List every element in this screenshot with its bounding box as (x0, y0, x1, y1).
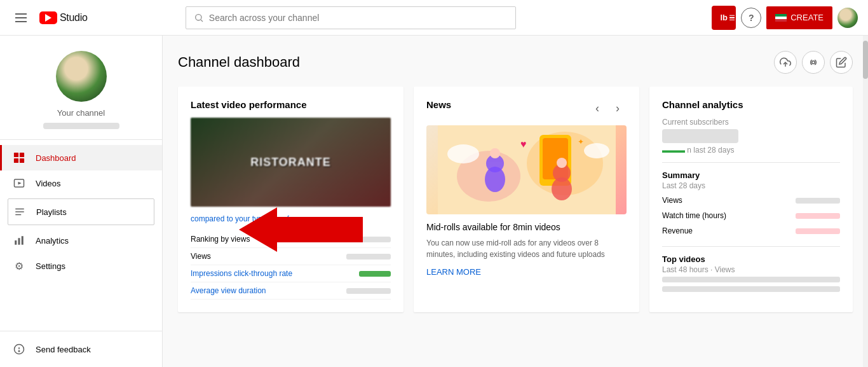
edit-button[interactable] (830, 51, 853, 74)
search-input[interactable] (209, 13, 508, 23)
summary-period: Last 28 days (662, 181, 840, 190)
perf-label-impressions[interactable]: Impressions click-through rate (191, 269, 292, 278)
perf-value-ranking (346, 237, 391, 242)
news-body: You can now use mid-roll ads for any vid… (426, 237, 627, 260)
svg-text:♥: ♥ (520, 139, 527, 149)
perf-row-ranking: Ranking by views (191, 231, 391, 248)
svg-line-1 (201, 20, 203, 22)
svg-point-0 (195, 14, 201, 20)
menu-button[interactable] (10, 8, 32, 27)
channel-analytics-title: Channel analytics (662, 99, 840, 110)
avatar[interactable] (837, 8, 858, 28)
subscribers-label: Current subscribers (662, 118, 840, 127)
perf-value-impressions (359, 271, 391, 277)
channel-analytics-card: Channel analytics Current subscribers ▬▬… (649, 87, 853, 312)
analytics-row-views: Views (662, 193, 840, 208)
sidebar-item-settings-label: Settings (36, 261, 65, 271)
perf-label-views: Views (191, 252, 211, 261)
main-content: Channel dashboard (163, 36, 868, 367)
settings-icon: ⚙ (13, 260, 25, 272)
svg-point-26 (490, 148, 500, 158)
news-illustration: ♥ ✦ (438, 125, 616, 214)
thumbnail-text: RISTORANTE (250, 156, 331, 169)
summary-label: Summary (662, 170, 840, 180)
page-title: Channel dashboard (178, 54, 300, 71)
channel-sub-placeholder (43, 123, 119, 129)
perf-compared-text: compared to your typical performance. (191, 214, 391, 223)
sidebar-item-analytics[interactable]: Analytics (0, 228, 162, 253)
perf-label-duration[interactable]: Average view duration (191, 286, 266, 295)
video-thumbnail: RISTORANTE (191, 118, 391, 207)
youtube-studio-logo[interactable]: Studio (39, 11, 88, 24)
svg-point-18 (812, 61, 815, 64)
upload-button[interactable] (774, 51, 797, 74)
create-label: CREATE (790, 13, 824, 22)
revenue-value (796, 228, 840, 234)
revenue-label: Revenue (662, 226, 693, 235)
sidebar: Your channel Dashboard (0, 36, 163, 367)
perf-row-duration: Average view duration (191, 282, 391, 300)
sidebar-item-settings[interactable]: ⚙ Settings (0, 253, 162, 279)
sidebar-item-feedback[interactable]: Send feedback (0, 336, 162, 362)
page-header-actions (774, 51, 853, 74)
svg-point-28 (552, 177, 572, 200)
live-button[interactable] (802, 51, 825, 74)
svg-rect-3 (20, 153, 24, 157)
news-navigation: ‹ › (588, 100, 627, 118)
learn-more-button[interactable]: LEARN MORE (426, 267, 481, 277)
svg-point-25 (485, 167, 505, 192)
studio-label: Studio (60, 12, 88, 24)
sidebar-item-playlists[interactable]: Playlists (8, 198, 154, 225)
svg-point-33 (584, 143, 609, 158)
sidebar-item-playlists-label: Playlists (36, 207, 67, 217)
svg-rect-4 (14, 158, 18, 163)
news-next-button[interactable]: › (609, 100, 627, 118)
scrollbar-thumb[interactable] (863, 41, 868, 79)
analytics-row-revenue: Revenue (662, 223, 840, 239)
top-video-2 (662, 286, 840, 292)
cards-grid: Latest video performance RISTORANTE comp… (178, 87, 853, 312)
sidebar-bottom: Send feedback (0, 331, 162, 367)
summary-section: Summary Last 28 days Views Watch time (h… (662, 170, 840, 247)
analytics-icon (13, 234, 25, 247)
perf-row-impressions: Impressions click-through rate (191, 265, 391, 282)
help-button[interactable]: ? (741, 8, 761, 28)
svg-marker-7 (18, 182, 22, 185)
search-bar[interactable] (186, 6, 516, 29)
youtube-icon (39, 11, 57, 24)
change-value: ▬▬▬ (662, 146, 687, 155)
news-prev-button[interactable]: ‹ (588, 100, 606, 118)
scrollbar[interactable] (863, 36, 868, 367)
search-icon (194, 13, 204, 23)
subscribers-count (662, 129, 738, 143)
subscribers-change: ▬▬▬ n last 28 days (662, 146, 840, 155)
svg-rect-12 (18, 238, 20, 245)
feedback-icon (13, 343, 25, 356)
change-period: n last 28 days (687, 146, 734, 155)
channel-initials: lb (720, 13, 728, 22)
top-video-1 (662, 277, 840, 282)
channel-icon-button[interactable]: lb (712, 6, 736, 30)
news-image: ♥ ✦ (426, 125, 627, 214)
topnav-right: lb ? CREATE (712, 6, 858, 30)
playlists-icon (13, 205, 26, 218)
sidebar-item-dashboard-label: Dashboard (36, 153, 76, 163)
svg-point-16 (18, 350, 20, 352)
svg-rect-5 (20, 158, 24, 163)
help-icon: ? (749, 13, 754, 23)
latest-video-title: Latest video performance (191, 99, 391, 110)
avatar-image (837, 8, 858, 28)
create-button[interactable]: CREATE (766, 6, 832, 29)
svg-text:✦: ✦ (578, 137, 584, 146)
perf-value-views (346, 254, 391, 260)
sidebar-nav: Dashboard Videos Playlists (0, 140, 162, 284)
sidebar-item-feedback-label: Send feedback (36, 345, 91, 354)
svg-rect-2 (14, 153, 18, 157)
topnav-left: Studio (10, 8, 88, 27)
sidebar-item-videos[interactable]: Videos (0, 170, 162, 196)
subscribers-section: Current subscribers ▬▬▬ n last 28 days (662, 118, 840, 163)
sidebar-avatar (56, 51, 107, 102)
perf-label-ranking: Ranking by views (191, 235, 250, 244)
sidebar-item-dashboard[interactable]: Dashboard (0, 145, 162, 170)
page-header: Channel dashboard (178, 51, 853, 74)
